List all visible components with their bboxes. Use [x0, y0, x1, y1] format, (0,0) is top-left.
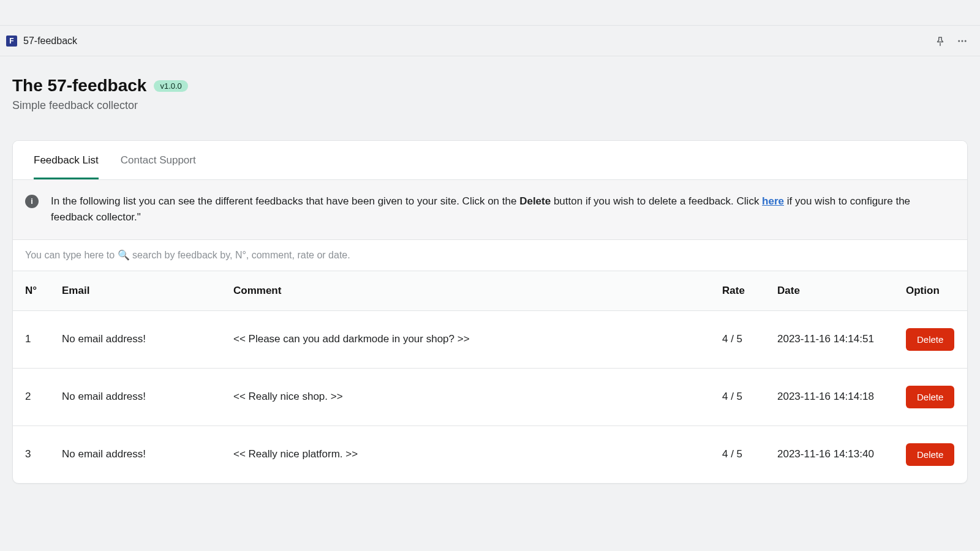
delete-button[interactable]: Delete	[906, 328, 954, 351]
app-name: 57-feedback	[23, 36, 77, 47]
feedback-table: N° Email Comment Rate Date Option 1No em…	[13, 271, 967, 483]
svg-point-0	[958, 40, 960, 42]
cell-option: Delete	[894, 368, 967, 425]
app-bar-left: F 57-feedback	[6, 36, 77, 47]
app-bar-right	[935, 36, 968, 47]
banner-text-1: In the following list you can see the di…	[51, 195, 519, 207]
delete-button[interactable]: Delete	[906, 386, 954, 408]
table-row: 3No email address!<< Really nice platfor…	[13, 425, 967, 483]
table-row: 1No email address!<< Please can you add …	[13, 310, 967, 368]
content: The 57-feedback v1.0.0 Simple feedback c…	[0, 56, 980, 484]
info-icon: i	[25, 195, 39, 208]
app-bar: F 57-feedback	[0, 26, 980, 56]
cell-n: 1	[13, 310, 50, 368]
main-card: Feedback List Contact Support i In the f…	[12, 140, 968, 484]
cell-comment: << Really nice shop. >>	[221, 368, 710, 425]
search-row	[13, 240, 967, 271]
page-title: The 57-feedback	[12, 76, 146, 96]
banner-text-2: button if you wish to delete a feedback.…	[551, 195, 762, 207]
col-header-comment: Comment	[221, 271, 710, 311]
cell-option: Delete	[894, 425, 967, 483]
search-input[interactable]	[25, 250, 955, 261]
banner-bold: Delete	[519, 195, 551, 207]
pin-icon[interactable]	[935, 36, 946, 47]
more-icon[interactable]	[957, 36, 968, 47]
col-header-email: Email	[50, 271, 221, 311]
cell-email: No email address!	[50, 425, 221, 483]
cell-rate: 4 / 5	[710, 368, 765, 425]
cell-rate: 4 / 5	[710, 310, 765, 368]
cell-n: 3	[13, 425, 50, 483]
cell-comment: << Really nice platform. >>	[221, 425, 710, 483]
svg-point-1	[962, 40, 963, 42]
col-header-date: Date	[765, 271, 894, 311]
cell-rate: 4 / 5	[710, 425, 765, 483]
col-header-option: Option	[894, 271, 967, 311]
cell-option: Delete	[894, 310, 967, 368]
cell-comment: << Please can you add darkmode in your s…	[221, 310, 710, 368]
table-header-row: N° Email Comment Rate Date Option	[13, 271, 967, 311]
version-badge: v1.0.0	[154, 80, 187, 92]
banner-link-here[interactable]: here	[762, 195, 784, 207]
cell-date: 2023-11-16 14:13:40	[765, 425, 894, 483]
table-row: 2No email address!<< Really nice shop. >…	[13, 368, 967, 425]
title-row: The 57-feedback v1.0.0	[12, 76, 968, 96]
top-spacer	[0, 0, 980, 26]
info-text: In the following list you can see the di…	[51, 193, 950, 226]
delete-button[interactable]: Delete	[906, 443, 954, 466]
cell-date: 2023-11-16 14:14:51	[765, 310, 894, 368]
cell-n: 2	[13, 368, 50, 425]
app-logo-icon: F	[6, 36, 17, 47]
col-header-n: N°	[13, 271, 50, 311]
cell-date: 2023-11-16 14:14:18	[765, 368, 894, 425]
page-subtitle: Simple feedback collector	[12, 99, 968, 112]
col-header-rate: Rate	[710, 271, 765, 311]
tab-feedback-list[interactable]: Feedback List	[34, 141, 99, 179]
cell-email: No email address!	[50, 310, 221, 368]
svg-point-2	[965, 40, 967, 42]
info-banner: i In the following list you can see the …	[13, 180, 967, 240]
tab-contact-support[interactable]: Contact Support	[121, 141, 196, 179]
tabs: Feedback List Contact Support	[13, 141, 967, 180]
cell-email: No email address!	[50, 368, 221, 425]
